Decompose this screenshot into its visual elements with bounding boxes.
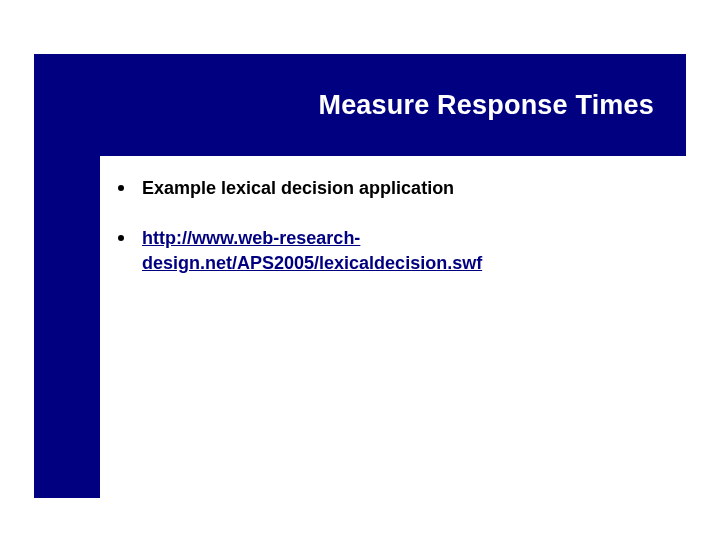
bullet-item: http://www.web-research- design.net/APS2…	[118, 226, 678, 275]
content-area: Example lexical decision application htt…	[118, 176, 678, 301]
left-accent-column	[34, 156, 100, 498]
bullet-text: Example lexical decision application	[142, 176, 454, 200]
bullet-item: Example lexical decision application	[118, 176, 678, 200]
title-bar: Measure Response Times	[34, 54, 686, 156]
slide-title: Measure Response Times	[318, 90, 654, 121]
bullet-dot-icon	[118, 185, 124, 191]
slide: Measure Response Times Example lexical d…	[0, 0, 720, 540]
link-line-1: http://www.web-research-	[142, 228, 360, 248]
bullet-dot-icon	[118, 235, 124, 241]
bullet-link[interactable]: http://www.web-research- design.net/APS2…	[142, 226, 482, 275]
link-line-2: design.net/APS2005/lexicaldecision.swf	[142, 253, 482, 273]
